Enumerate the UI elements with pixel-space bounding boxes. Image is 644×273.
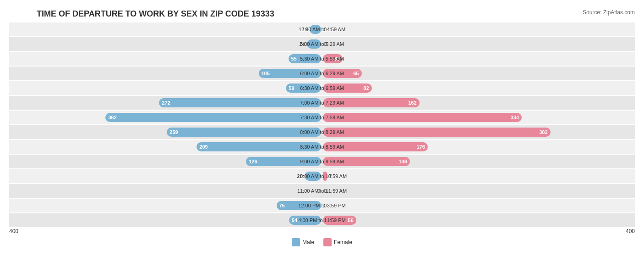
male-value-label: 24 [300, 41, 305, 47]
source-label: Source: ZipAtlas.com [583, 9, 635, 16]
female-value-label: 0 [324, 188, 327, 194]
right-section: 162 [322, 96, 635, 110]
bar-female: 33 [323, 54, 343, 63]
female-value-label: 7 [329, 173, 332, 179]
right-section: 56 [322, 213, 635, 227]
bar-female [323, 172, 327, 181]
left-section: 209 [9, 140, 322, 154]
right-section: 0 [322, 184, 635, 198]
bar-male: 55 [289, 54, 322, 63]
bar-male: 362 [105, 113, 321, 122]
bar-male: 272 [159, 98, 321, 107]
table-row: 1269:00 AM to 9:59 AM146 [9, 155, 635, 168]
table-row: 555:30 AM to 5:59 AM33 [9, 52, 635, 66]
table-row: 3627:30 AM to 7:59 AM334 [9, 111, 635, 124]
left-section: 362 [9, 111, 322, 124]
right-section: 82 [322, 81, 635, 95]
bar-male: 259 [167, 128, 321, 137]
left-section: 0 [9, 184, 322, 198]
chart-area: 1912:00 AM to 4:59 AM0245:00 AM to 5:29 … [9, 22, 635, 227]
right-section: 382 [322, 125, 635, 139]
left-section: 259 [9, 125, 322, 139]
legend-female-box [323, 238, 332, 246]
bar-male: 126 [246, 157, 321, 166]
table-row: 011:00 AM to 11:59 AM0 [9, 184, 635, 198]
left-section: 24 [9, 37, 322, 51]
left-section: 105 [9, 67, 322, 80]
right-section: 0 [322, 22, 635, 36]
bar-female: 334 [323, 113, 522, 122]
left-section: 59 [9, 81, 322, 95]
right-section: 7 [322, 169, 635, 183]
right-section: 0 [322, 199, 635, 212]
legend-male-label: Male [302, 239, 314, 245]
bar-male [310, 25, 321, 34]
table-row: 2810:00 AM to 10:59 AM7 [9, 169, 635, 183]
axis-right: 400 [626, 228, 635, 234]
right-section: 0 [322, 37, 635, 51]
right-section: 65 [322, 67, 635, 80]
right-section: 176 [322, 140, 635, 154]
left-section: 272 [9, 96, 322, 110]
table-row: 544:00 PM to 11:59 PM56 [9, 213, 635, 227]
bar-male: 75 [277, 201, 322, 210]
legend-male-box [292, 238, 300, 246]
bar-male [305, 172, 321, 181]
bar-male [307, 39, 321, 49]
bar-female: 65 [323, 69, 362, 78]
female-value-label: 0 [324, 41, 327, 47]
left-section: 28 [9, 169, 322, 183]
left-section: 55 [9, 52, 322, 66]
axis-left: 400 [9, 228, 18, 234]
bar-female: 56 [323, 216, 356, 225]
axis-labels: 400 400 [9, 228, 635, 234]
table-row: 2598:00 AM to 8:29 AM382 [9, 125, 635, 139]
bar-female: 162 [323, 98, 420, 107]
left-section: 19 [9, 22, 322, 36]
bar-female: 82 [323, 84, 372, 93]
bar-male: 59 [286, 84, 321, 93]
legend-male: Male [292, 238, 314, 246]
table-row: 7512:00 PM to 3:59 PM0 [9, 199, 635, 212]
right-section: 146 [322, 155, 635, 168]
table-row: 2727:00 AM to 7:29 AM162 [9, 96, 635, 110]
table-row: 1912:00 AM to 4:59 AM0 [9, 22, 635, 36]
table-row: 2098:30 AM to 8:59 AM176 [9, 140, 635, 154]
table-row: 245:00 AM to 5:29 AM0 [9, 37, 635, 51]
chart-title: TIME OF DEPARTURE TO WORK BY SEX IN ZIP … [9, 9, 635, 19]
bar-female: 146 [323, 157, 410, 166]
left-section: 126 [9, 155, 322, 168]
female-value-label: 0 [324, 203, 327, 208]
right-section: 334 [322, 111, 635, 124]
right-section: 33 [322, 52, 635, 66]
table-row: 596:30 AM to 6:59 AM82 [9, 81, 635, 95]
chart-container: TIME OF DEPARTURE TO WORK BY SEX IN ZIP … [0, 0, 644, 273]
bar-male: 105 [259, 69, 322, 78]
bar-male: 54 [289, 216, 321, 225]
male-value-label: 0 [317, 188, 320, 194]
male-value-label: 28 [297, 173, 302, 179]
female-value-label: 0 [324, 27, 327, 32]
legend-female-label: Female [334, 239, 352, 245]
legend-female: Female [323, 238, 352, 246]
bar-female: 176 [323, 142, 428, 151]
male-value-label: 19 [302, 27, 308, 32]
bar-female: 382 [323, 128, 551, 137]
legend: Male Female [9, 238, 635, 246]
table-row: 1056:00 AM to 6:29 AM65 [9, 67, 635, 80]
left-section: 54 [9, 213, 322, 227]
bar-male: 209 [196, 142, 321, 151]
left-section: 75 [9, 199, 322, 212]
